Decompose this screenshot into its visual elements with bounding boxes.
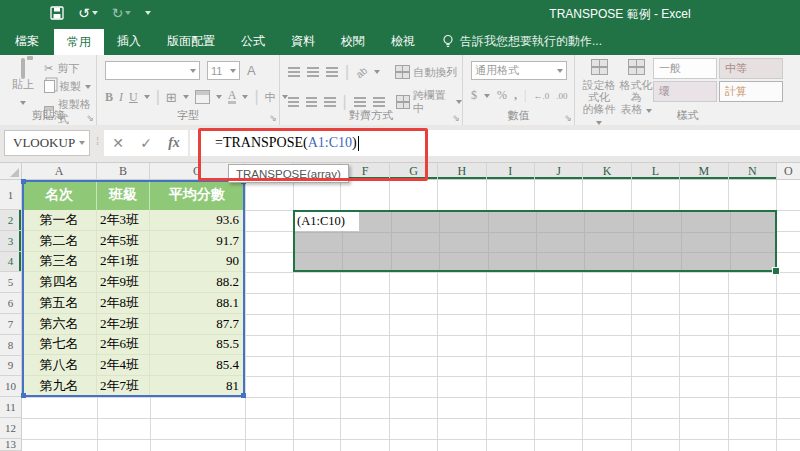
cell-b2[interactable]: 2年3班	[97, 210, 150, 231]
cell-c4[interactable]: 90	[150, 252, 245, 273]
name-box-caret-icon[interactable]	[79, 141, 85, 145]
active-cell[interactable]: (A1:C10)	[295, 212, 359, 231]
row-header-1[interactable]: 1	[0, 180, 22, 210]
fill-handle[interactable]	[772, 267, 780, 275]
font-color-button[interactable]: A	[228, 90, 237, 104]
row-header-13[interactable]: 13	[0, 439, 22, 451]
cell-c9[interactable]: 85.4	[150, 355, 245, 376]
decrease-indent-icon[interactable]	[354, 97, 366, 108]
borders-button[interactable]: ⊞	[166, 90, 177, 105]
clipboard-dialog-launcher-icon[interactable]: ⇘	[86, 113, 94, 123]
cell-a9[interactable]: 第八名	[22, 355, 97, 376]
font-dialog-launcher-icon[interactable]: ⇘	[269, 113, 277, 123]
underline-button[interactable]: U	[129, 90, 138, 105]
orientation-button[interactable]: ab	[354, 64, 370, 80]
undo-button[interactable]: ↺	[78, 3, 98, 23]
cancel-button[interactable]: ✕	[112, 135, 124, 151]
cell-a5[interactable]: 第四名	[22, 272, 97, 293]
cell-b6[interactable]: 2年8班	[97, 293, 150, 314]
comma-button[interactable]: ,	[514, 88, 517, 103]
increase-indent-icon[interactable]	[373, 97, 385, 108]
fill-color-button[interactable]	[195, 90, 210, 104]
data-table[interactable]: 名次 班級 平均分數 第一名2年3班93.6 第二名2年5班91.7 第三名2年…	[22, 180, 245, 397]
tab-home[interactable]: 常用	[54, 29, 104, 55]
style-bad[interactable]: 壞	[653, 81, 717, 102]
increase-decimal-button[interactable]: ←.0	[533, 91, 549, 101]
cell-c5[interactable]: 88.2	[150, 272, 245, 293]
cell-a7[interactable]: 第六名	[22, 314, 97, 335]
borders-caret-icon[interactable]	[183, 95, 189, 99]
tab-formulas[interactable]: 公式	[228, 27, 278, 55]
align-left-icon[interactable]	[288, 97, 299, 108]
copy-button[interactable]: 複製	[44, 79, 96, 94]
tab-page-layout[interactable]: 版面配置	[154, 27, 228, 55]
table-row[interactable]: 第四名2年9班88.2	[22, 272, 245, 293]
header-cell-rank[interactable]: 名次	[22, 180, 97, 210]
cell-b9[interactable]: 2年4班	[97, 355, 150, 376]
tab-insert[interactable]: 插入	[104, 27, 154, 55]
col-header-l[interactable]: L	[632, 163, 680, 180]
cell-c7[interactable]: 87.7	[150, 314, 245, 335]
cell-b3[interactable]: 2年5班	[97, 231, 150, 252]
grow-font-button[interactable]: A	[247, 63, 256, 78]
cell-c10[interactable]: 81	[150, 376, 245, 397]
cell-c3[interactable]: 91.7	[150, 231, 245, 252]
tab-review[interactable]: 校閱	[328, 27, 378, 55]
table-row[interactable]: 第三名2年1班90	[22, 252, 245, 273]
cell-c8[interactable]: 85.5	[150, 335, 245, 356]
style-normal[interactable]: 一般	[653, 58, 717, 79]
font-size-combo[interactable]: 11	[207, 61, 240, 80]
row-header-7[interactable]: 7	[0, 314, 22, 335]
font-color-caret-icon[interactable]	[242, 95, 248, 99]
redo-caret-icon[interactable]	[125, 11, 131, 15]
select-all-corner[interactable]	[0, 163, 22, 180]
cell-c6[interactable]: 88.1	[150, 293, 245, 314]
table-row[interactable]: 第七名2年6班85.5	[22, 335, 245, 356]
col-header-o[interactable]: O	[777, 163, 800, 180]
bold-button[interactable]: B	[105, 90, 113, 105]
align-bottom-icon[interactable]	[326, 67, 338, 78]
col-header-k[interactable]: K	[583, 163, 631, 180]
row-header-12[interactable]: 12	[0, 418, 22, 439]
col-header-g[interactable]: G	[390, 163, 438, 180]
col-header-b[interactable]: B	[97, 163, 150, 180]
table-row[interactable]: 第九名2年7班81	[22, 376, 245, 397]
number-dialog-launcher-icon[interactable]: ⇘	[564, 113, 572, 123]
col-header-n[interactable]: N	[729, 163, 777, 180]
row-header-8[interactable]: 8	[0, 335, 22, 356]
cell-b8[interactable]: 2年6班	[97, 335, 150, 356]
font-name-combo[interactable]	[105, 61, 200, 80]
cell-b4[interactable]: 2年1班	[97, 252, 150, 273]
worksheet-grid[interactable]: A B C D E F G H I J K L M N O 1 2 3 4 5 …	[0, 163, 800, 451]
table-row[interactable]: 第一名2年3班93.6	[22, 210, 245, 231]
align-top-icon[interactable]	[288, 67, 300, 78]
col-header-j[interactable]: J	[535, 163, 583, 180]
table-row[interactable]: 第二名2年5班91.7	[22, 231, 245, 252]
cell-b7[interactable]: 2年2班	[97, 314, 150, 335]
row-header-2[interactable]: 2	[0, 210, 22, 231]
table-row[interactable]: 第五名2年8班88.1	[22, 293, 245, 314]
insert-function-button[interactable]: fx	[168, 135, 180, 151]
cell-b10[interactable]: 2年7班	[97, 376, 150, 397]
cell-a8[interactable]: 第七名	[22, 335, 97, 356]
row-header-5[interactable]: 5	[0, 272, 22, 293]
italic-button[interactable]: I	[119, 90, 123, 105]
col-header-i[interactable]: I	[487, 163, 535, 180]
tab-file[interactable]: 檔案	[0, 27, 54, 55]
currency-caret-icon[interactable]	[484, 94, 490, 98]
orientation-caret-icon[interactable]	[374, 70, 380, 74]
row-header-3[interactable]: 3	[0, 231, 22, 252]
paste-button[interactable]: 貼上	[6, 60, 40, 109]
align-right-icon[interactable]	[324, 97, 335, 108]
tab-data[interactable]: 資料	[278, 27, 328, 55]
col-header-a[interactable]: A	[22, 163, 97, 180]
underline-caret-icon[interactable]	[144, 95, 150, 99]
style-calculation[interactable]: 計算	[719, 81, 783, 102]
tab-view[interactable]: 檢視	[378, 27, 428, 55]
col-header-h[interactable]: H	[438, 163, 486, 180]
undo-caret-icon[interactable]	[92, 11, 98, 15]
cell-a10[interactable]: 第九名	[22, 376, 97, 397]
customize-qat-button[interactable]	[145, 11, 151, 15]
percent-button[interactable]: %	[497, 88, 507, 103]
decrease-decimal-button[interactable]: .00	[556, 91, 567, 101]
